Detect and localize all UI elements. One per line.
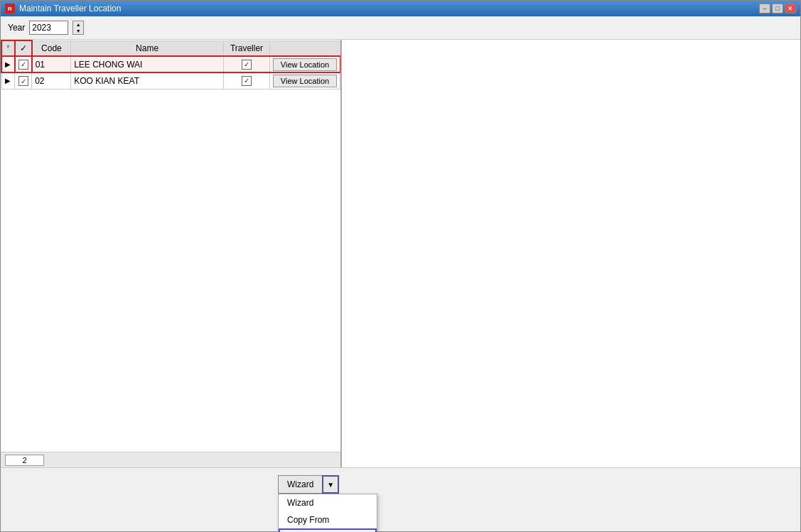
grid-container: * ✓ Code Name Traveller ▶ — [1, 40, 340, 452]
year-up-arrow[interactable]: ▲ — [73, 21, 83, 28]
left-panel: * ✓ Code Name Traveller ▶ — [1, 40, 342, 467]
header-code: Code — [32, 40, 71, 56]
check-box-2[interactable] — [18, 76, 28, 86]
dropdown-item-clear-all[interactable]: Clear All — [279, 528, 377, 532]
minimize-button[interactable]: – — [759, 4, 770, 13]
header-check: ✓ — [15, 40, 32, 56]
year-spinner[interactable]: ▲ ▼ — [72, 21, 84, 35]
title-controls: – □ ✕ — [759, 4, 796, 13]
row-action-2[interactable]: View Location — [270, 72, 340, 89]
data-grid: * ✓ Code Name Traveller ▶ — [1, 40, 340, 89]
row-traveller-2[interactable] — [224, 72, 270, 89]
maximize-button[interactable]: □ — [772, 4, 783, 13]
window-title: Maintain Traveller Location — [19, 4, 121, 13]
grid-body: ▶ 01 LEE CHONG WAI View Loc — [1, 56, 340, 89]
record-count: 2 — [5, 455, 44, 466]
dropdown-item-wizard[interactable]: Wizard — [279, 494, 377, 511]
row-selector-2[interactable]: ▶ — [1, 72, 15, 89]
grid-header-row: * ✓ Code Name Traveller — [1, 40, 340, 56]
row-traveller-1[interactable] — [224, 56, 270, 72]
main-window: R Maintain Traveller Location – □ ✕ Year… — [0, 0, 801, 532]
bottom-bar: Wizard ▼ Wizard Copy From Clear All — [1, 467, 800, 531]
row-action-1[interactable]: View Location — [270, 56, 340, 72]
app-icon: R — [5, 4, 15, 13]
header-traveller: Traveller — [224, 40, 270, 56]
title-bar: R Maintain Traveller Location – □ ✕ — [1, 1, 800, 16]
row-code-2: 02 — [32, 72, 71, 89]
row-check-2[interactable] — [15, 72, 32, 89]
year-label: Year — [8, 23, 25, 33]
toolbar: Year ▲ ▼ — [1, 16, 800, 40]
row-name-1: LEE CHONG WAI — [71, 56, 224, 72]
view-location-btn-2[interactable]: View Location — [273, 75, 337, 87]
wizard-main-button[interactable]: Wizard — [278, 475, 322, 494]
title-bar-left: R Maintain Traveller Location — [5, 4, 121, 13]
table-row: ▶ 01 LEE CHONG WAI View Loc — [1, 56, 340, 72]
year-input[interactable] — [29, 21, 68, 35]
header-name: Name — [71, 40, 224, 56]
row-code-1: 01 — [32, 56, 71, 72]
close-button[interactable]: ✕ — [785, 4, 796, 13]
check-box-1[interactable] — [18, 60, 28, 70]
row-name-2: KOO KIAN KEAT — [71, 72, 224, 89]
view-location-btn-1[interactable]: View Location — [273, 58, 337, 71]
right-panel — [342, 40, 800, 467]
row-check-1[interactable] — [15, 56, 32, 72]
header-selector: * — [1, 40, 15, 56]
year-down-arrow[interactable]: ▼ — [73, 28, 83, 34]
main-body: * ✓ Code Name Traveller ▶ — [1, 40, 800, 467]
row-selector-1[interactable]: ▶ — [1, 56, 15, 72]
header-action — [270, 40, 340, 56]
traveller-check-1[interactable] — [242, 60, 252, 70]
traveller-check-2[interactable] — [242, 76, 252, 86]
wizard-dropdown-button[interactable]: ▼ — [322, 475, 339, 494]
dropdown-item-copy-from[interactable]: Copy From — [279, 511, 377, 528]
dropdown-arrow-icon: ▼ — [327, 481, 334, 489]
table-row: ▶ 02 KOO KIAN KEAT View Loc — [1, 72, 340, 89]
wizard-btn-group: Wizard ▼ — [278, 475, 339, 494]
grid-footer: 2 — [1, 452, 340, 467]
wizard-dropdown-menu: Wizard Copy From Clear All — [278, 494, 377, 532]
content-area: Year ▲ ▼ * ✓ Code Na — [1, 16, 800, 531]
